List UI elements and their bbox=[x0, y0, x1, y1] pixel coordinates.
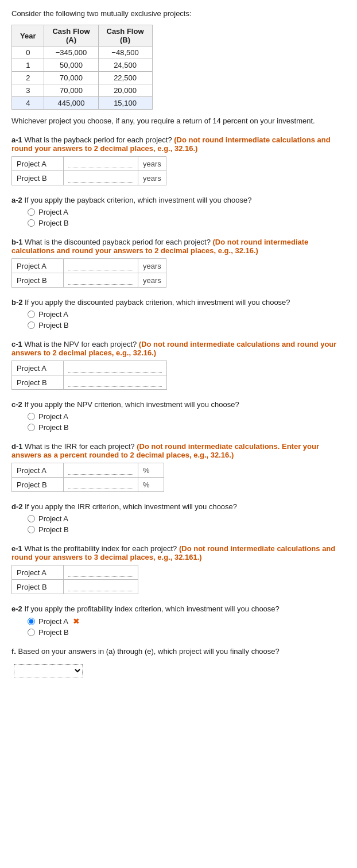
e1-table: Project A Project B bbox=[11, 565, 138, 594]
d2-radio-a[interactable] bbox=[28, 515, 35, 522]
e2-question: e-2 If you apply the profitability index… bbox=[11, 604, 346, 613]
d1-project-a-input-cell bbox=[64, 463, 138, 478]
e1-project-a-input-cell bbox=[64, 565, 138, 580]
d1-project-b-label: Project B bbox=[12, 478, 64, 492]
col-header-cf-a: Cash Flow(A) bbox=[44, 25, 98, 46]
table-cell: 20,000 bbox=[98, 84, 152, 97]
a1-project-a-input[interactable] bbox=[68, 159, 133, 168]
d1-project-a-input[interactable] bbox=[68, 466, 133, 475]
cash-flow-table: Year Cash Flow(A) Cash Flow(B) 0−345,000… bbox=[11, 25, 153, 110]
b1-project-b-unit: years bbox=[138, 273, 166, 288]
intro-text: Consider the following two mutually excl… bbox=[11, 9, 346, 18]
c2-option-b-label: Project B bbox=[38, 423, 69, 432]
table-cell: 15,100 bbox=[98, 97, 152, 110]
table-cell: 0 bbox=[12, 46, 44, 59]
table-cell: 4 bbox=[12, 97, 44, 110]
table-row: Project B years bbox=[12, 273, 166, 288]
a1-project-b-label: Project B bbox=[12, 171, 64, 185]
c1-project-a-input[interactable] bbox=[68, 363, 162, 373]
b2-radio-group: Project A Project B bbox=[28, 310, 346, 330]
table-cell: 22,500 bbox=[98, 72, 152, 84]
table-row: Project B % bbox=[12, 478, 164, 492]
e1-project-b-input[interactable] bbox=[68, 582, 133, 591]
c1-project-b-input[interactable] bbox=[68, 378, 162, 387]
table-row: Project B bbox=[12, 375, 167, 390]
b1-project-a-label: Project A bbox=[12, 259, 64, 273]
b2-radio-b[interactable] bbox=[28, 321, 35, 329]
d1-table: Project A % Project B % bbox=[11, 463, 164, 492]
b2-radio-a[interactable] bbox=[28, 311, 35, 318]
a2-radio-a[interactable] bbox=[28, 208, 35, 216]
a2-option-a[interactable]: Project A bbox=[28, 208, 346, 216]
table-cell: 24,500 bbox=[98, 59, 152, 72]
d2-option-b[interactable]: Project B bbox=[28, 525, 346, 534]
d2-radio-group: Project A Project B bbox=[28, 514, 346, 534]
table-cell: 50,000 bbox=[44, 59, 98, 72]
table-row: Project A years bbox=[12, 157, 166, 171]
d2-option-a-label: Project A bbox=[38, 514, 68, 523]
table-row: Project A bbox=[12, 361, 167, 375]
col-header-cf-b: Cash Flow(B) bbox=[98, 25, 152, 46]
e1-project-b-label: Project B bbox=[12, 580, 64, 594]
c1-project-a-input-cell bbox=[64, 361, 167, 375]
a1-project-b-input[interactable] bbox=[68, 173, 133, 183]
d2-radio-b[interactable] bbox=[28, 526, 35, 533]
d1-project-b-input[interactable] bbox=[68, 480, 133, 489]
c2-radio-group: Project A Project B bbox=[28, 412, 346, 432]
b2-option-b-label: Project B bbox=[38, 321, 69, 330]
a1-project-a-label: Project A bbox=[12, 157, 64, 171]
b1-label: b-1 What is the discounted payback perio… bbox=[11, 238, 308, 255]
d2-option-b-label: Project B bbox=[38, 525, 69, 534]
e1-project-a-input[interactable] bbox=[68, 568, 133, 577]
c1-project-a-label: Project A bbox=[12, 361, 64, 375]
b1-project-a-input[interactable] bbox=[68, 261, 133, 270]
table-cell: −48,500 bbox=[98, 46, 152, 59]
e1-project-b-input-cell bbox=[64, 580, 138, 594]
c2-option-a-label: Project A bbox=[38, 412, 68, 421]
table-cell: 2 bbox=[12, 72, 44, 84]
a1-label: a-1 What is the payback period for each … bbox=[11, 135, 331, 153]
table-cell: 3 bbox=[12, 84, 44, 97]
c2-option-b[interactable]: Project B bbox=[28, 423, 346, 432]
e2-option-b[interactable]: Project B bbox=[28, 628, 346, 637]
table-cell: 70,000 bbox=[44, 84, 98, 97]
b1-project-a-input-cell bbox=[64, 259, 138, 273]
table-row: Project B years bbox=[12, 171, 166, 185]
a2-radio-b[interactable] bbox=[28, 219, 35, 227]
b2-option-b[interactable]: Project B bbox=[28, 321, 346, 330]
e2-radio-a[interactable] bbox=[28, 618, 35, 625]
a1-project-b-unit: years bbox=[138, 171, 166, 185]
check-icon: ✖ bbox=[73, 617, 80, 626]
c2-radio-b[interactable] bbox=[28, 424, 35, 431]
table-cell: 70,000 bbox=[44, 72, 98, 84]
table-cell: 445,000 bbox=[44, 97, 98, 110]
a2-option-b[interactable]: Project B bbox=[28, 219, 346, 227]
b1-project-b-label: Project B bbox=[12, 273, 64, 288]
a1-project-b-input-cell bbox=[64, 171, 138, 185]
b2-question: b-2 If you apply the discounted payback … bbox=[11, 298, 346, 307]
b2-option-a[interactable]: Project A bbox=[28, 310, 346, 319]
d1-project-b-unit: % bbox=[138, 478, 164, 492]
a2-radio-group: Project A Project B bbox=[28, 208, 346, 227]
a2-question: a-2 If you apply the payback criterion, … bbox=[11, 196, 346, 204]
table-row: Project A years bbox=[12, 259, 166, 273]
c2-radio-a[interactable] bbox=[28, 413, 35, 420]
f-dropdown[interactable]: Project A Project B Neither bbox=[14, 664, 83, 677]
c1-project-b-label: Project B bbox=[12, 375, 64, 390]
d2-question: d-2 If you apply the IRR criterion, whic… bbox=[11, 502, 346, 511]
e2-option-a[interactable]: Project A ✖ bbox=[28, 617, 346, 626]
a2-option-b-label: Project B bbox=[38, 219, 69, 227]
b1-project-a-unit: years bbox=[138, 259, 166, 273]
c1-label: c-1 What is the NPV for each project? (D… bbox=[11, 340, 336, 357]
b1-project-b-input[interactable] bbox=[68, 276, 133, 285]
d1-project-a-label: Project A bbox=[12, 463, 64, 478]
e2-radio-b[interactable] bbox=[28, 629, 35, 636]
b2-option-a-label: Project A bbox=[38, 310, 68, 319]
a1-project-a-unit: years bbox=[138, 157, 166, 171]
f-question: f. Based on your answers in (a) through … bbox=[11, 647, 346, 656]
d1-project-a-unit: % bbox=[138, 463, 164, 478]
c2-option-a[interactable]: Project A bbox=[28, 412, 346, 421]
b1-table: Project A years Project B years bbox=[11, 258, 166, 288]
d2-option-a[interactable]: Project A bbox=[28, 514, 346, 523]
c1-table: Project A Project B bbox=[11, 361, 167, 390]
